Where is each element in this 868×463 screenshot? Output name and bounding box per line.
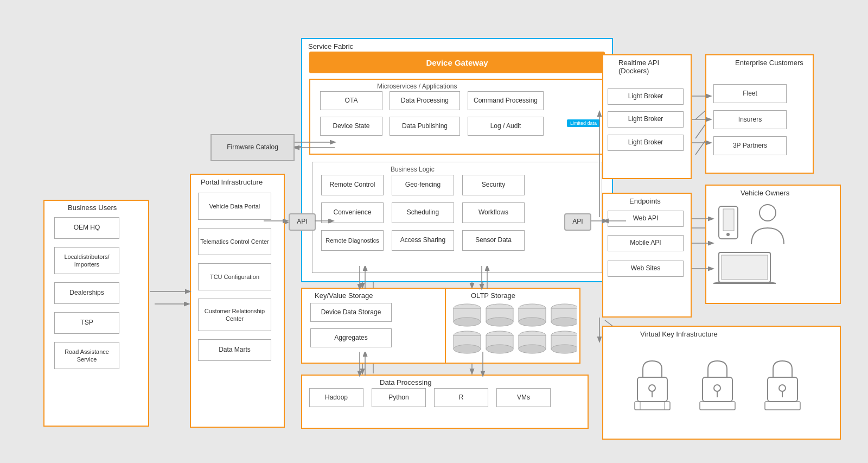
oltp-cylinders bbox=[449, 301, 577, 366]
person-icon bbox=[746, 201, 789, 255]
svg-rect-62 bbox=[700, 402, 735, 410]
device-gateway-bar: Device Gateway bbox=[309, 52, 605, 73]
access-sharing-box: Access Sharing bbox=[392, 230, 454, 251]
vki-arrow bbox=[591, 318, 608, 345]
firmware-arrows bbox=[295, 137, 338, 153]
oltp-label: OLTP Storage bbox=[471, 291, 515, 300]
svg-point-43 bbox=[519, 345, 546, 353]
phone-icon bbox=[713, 204, 746, 252]
security-box: Security bbox=[462, 175, 525, 195]
workflows-box: Workflows bbox=[462, 202, 525, 223]
sensor-data-box: Sensor Data bbox=[462, 230, 525, 251]
insurers-box: Insurers bbox=[713, 110, 787, 129]
scheduling-box: Scheduling bbox=[392, 202, 454, 223]
endpoints-title: Endpoints bbox=[629, 197, 661, 205]
light-broker-3-box: Light Broker bbox=[608, 135, 684, 151]
endpoints-vehicle-owners-arrows bbox=[692, 209, 716, 293]
bu-to-portal-arrow bbox=[150, 288, 193, 296]
customer-relationship-center-box: Customer Relationship Center bbox=[198, 299, 271, 331]
svg-rect-48 bbox=[723, 209, 734, 231]
telematics-control-center-box: Telematics Control Center bbox=[198, 228, 271, 255]
service-fabric-label: Service Fabric bbox=[308, 42, 353, 50]
api-right-box: API bbox=[564, 213, 591, 231]
api-right-endpoints-arrow bbox=[591, 217, 610, 225]
lock-icons bbox=[618, 347, 825, 429]
fleet-box: Fleet bbox=[713, 84, 787, 103]
hadoop-box: Hadoop bbox=[309, 388, 363, 407]
svg-point-34 bbox=[551, 318, 577, 326]
road-assistance-box: Road Assistance Service bbox=[54, 342, 119, 369]
device-data-storage-box: Device Data Storage bbox=[310, 303, 392, 322]
micro-kv-arrows bbox=[355, 266, 372, 292]
svg-point-49 bbox=[726, 233, 730, 236]
business-users-title: Business Users bbox=[68, 204, 117, 212]
tcu-configuration-box: TCU Configuration bbox=[198, 263, 271, 290]
svg-point-64 bbox=[779, 385, 786, 391]
portal-infrastructure-title: Portal Infrastructure bbox=[201, 178, 263, 186]
virtual-key-title: Virtual Key Infrastructure bbox=[640, 330, 718, 338]
device-state-box: Device State bbox=[320, 117, 382, 136]
oltp-dp-arrow bbox=[477, 352, 494, 379]
api-right-realtime-arrow bbox=[591, 109, 608, 217]
vehicle-data-portal-box: Vehicle Data Portal bbox=[198, 193, 271, 220]
remote-control-box: Remote Control bbox=[321, 175, 384, 195]
oem-hq-box: OEM HQ bbox=[54, 217, 119, 239]
firmware-catalog-box: Firmware Catalog bbox=[210, 134, 295, 161]
svg-point-60 bbox=[714, 385, 720, 391]
local-distributors-box: Localdistributors/ importers bbox=[54, 247, 119, 274]
svg-rect-63 bbox=[768, 377, 797, 402]
mobile-api-box: Mobile API bbox=[608, 235, 684, 251]
svg-rect-66 bbox=[765, 402, 800, 410]
realtime-lightbroker-arrows bbox=[692, 84, 714, 160]
command-processing-box: Command Processing bbox=[468, 91, 544, 110]
3p-partners-box: 3P Partners bbox=[713, 136, 787, 155]
vms-box: VMs bbox=[496, 388, 551, 407]
kv-dp-arrows bbox=[355, 352, 372, 379]
svg-point-28 bbox=[486, 318, 513, 326]
light-broker-1-box: Light Broker bbox=[608, 88, 684, 105]
data-processing-label: Data Processing bbox=[380, 378, 431, 386]
data-marts-box: Data Marts bbox=[198, 339, 271, 361]
data-publishing-box: Data Publishing bbox=[390, 117, 460, 136]
svg-point-46 bbox=[551, 345, 577, 353]
tsp-box: TSP bbox=[54, 312, 119, 334]
r-box: R bbox=[434, 388, 488, 407]
svg-point-50 bbox=[760, 205, 776, 221]
light-broker-2-box: Light Broker bbox=[608, 111, 684, 128]
python-box: Python bbox=[372, 388, 426, 407]
svg-point-31 bbox=[519, 318, 546, 326]
geo-fencing-box: Geo-fencing bbox=[392, 175, 454, 195]
data-processing-micro-box: Data Processing bbox=[390, 91, 460, 110]
svg-point-25 bbox=[454, 318, 481, 326]
log-audit-box: Log / Audit bbox=[468, 117, 544, 136]
aggregates-box: Aggregates bbox=[310, 328, 392, 347]
ota-box: OTA bbox=[320, 91, 382, 110]
svg-point-54 bbox=[649, 385, 655, 391]
bl-oltp-arrows bbox=[477, 266, 494, 292]
realtime-api-title: Realtime API(Dockers) bbox=[618, 59, 659, 75]
dealerships-box: Dealerships bbox=[54, 282, 119, 304]
api-micro-arrow bbox=[315, 217, 336, 225]
api-left-box: API bbox=[289, 213, 316, 231]
business-logic-label: Business Logic bbox=[391, 166, 435, 173]
vehicle-owners-title: Vehicle Owners bbox=[741, 189, 789, 197]
key-value-label: Key/Value Storage bbox=[315, 291, 373, 300]
svg-rect-52 bbox=[722, 255, 768, 280]
svg-point-37 bbox=[454, 345, 481, 353]
microservices-label: Microservices / Applications bbox=[377, 83, 457, 90]
portal-api-arrow bbox=[264, 217, 291, 225]
web-sites-box: Web Sites bbox=[608, 261, 684, 277]
enterprise-customers-title: Enterprise Customers bbox=[735, 59, 803, 67]
laptop-icon bbox=[713, 250, 778, 288]
svg-rect-59 bbox=[703, 377, 732, 402]
remote-diagnostics-box: Remote Diagnostics bbox=[321, 230, 384, 251]
diagram-container: Service Fabric Device Gateway Microservi… bbox=[0, 0, 868, 463]
svg-rect-53 bbox=[637, 377, 667, 402]
